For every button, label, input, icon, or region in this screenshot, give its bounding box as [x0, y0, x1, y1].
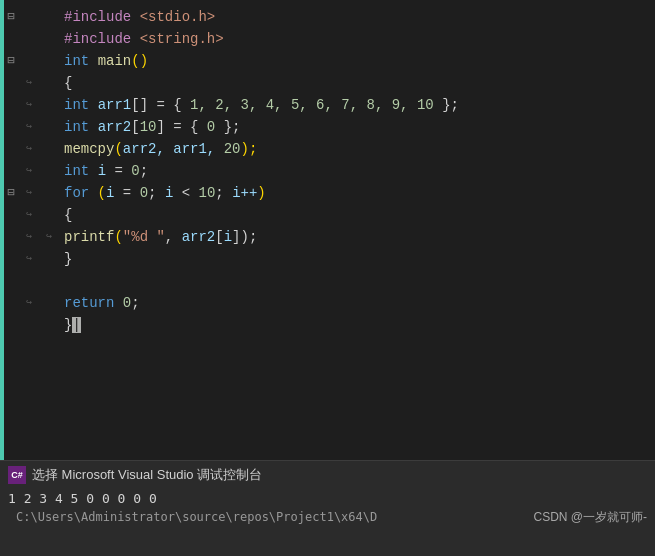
arrow-cell-1	[24, 28, 44, 50]
code-line-14: }|	[64, 314, 655, 336]
collapse-cell-12	[4, 270, 24, 292]
collapse-cell-8[interactable]: ⊟	[4, 182, 24, 204]
code-text-11: }	[64, 251, 72, 267]
arrow-cell-13: ↪	[24, 292, 44, 314]
arrow-cell2-5	[44, 116, 64, 138]
code-line-4: int arr1[] = { 1, 2, 3, 4, 5, 6, 7, 8, 9…	[64, 94, 655, 116]
code-text-2: int main()	[64, 53, 148, 69]
code-text-14: }|	[64, 317, 81, 333]
collapse-cell-5	[4, 116, 24, 138]
arrow-cell-7: ↪	[24, 160, 44, 182]
code-text-0: #include <stdio.h>	[64, 9, 215, 25]
code-line-5: int arr2[10] = { 0 };	[64, 116, 655, 138]
collapse-cell-7	[4, 160, 24, 182]
arrow-cell2-4	[44, 94, 64, 116]
collapse-cell-10	[4, 226, 24, 248]
output-numbers: 1 2 3 4 5 0 0 0 0 0	[0, 489, 655, 508]
arrow-cell2-8	[44, 182, 64, 204]
collapse-cell-4	[4, 94, 24, 116]
arrow-cell-11: ↪	[24, 248, 44, 270]
vs-icon: C#	[8, 466, 26, 484]
collapse-cell-1	[4, 28, 24, 50]
code-line-0: #include <stdio.h>	[64, 6, 655, 28]
code-line-12	[64, 270, 655, 292]
arrow-cell-10: ↪	[24, 226, 44, 248]
cursor: |	[72, 317, 80, 333]
code-line-7: int i = 0;	[64, 160, 655, 182]
arrow-cell-9: ↪	[24, 204, 44, 226]
arrow-cell2-10: ↪	[44, 226, 64, 248]
arrow-cell-5: ↪	[24, 116, 44, 138]
code-text-5: int arr2[10] = { 0 };	[64, 119, 241, 135]
code-line-1: #include <string.h>	[64, 28, 655, 50]
code-text-4: int arr1[] = { 1, 2, 3, 4, 5, 6, 7, 8, 9…	[64, 97, 459, 113]
collapse-cell-6	[4, 138, 24, 160]
collapse-cell-0[interactable]: ⊟	[4, 6, 24, 28]
code-text-9: {	[64, 207, 72, 223]
code-text-10: printf("%d ", arr2[i]);	[64, 229, 257, 245]
collapse-cell-9	[4, 204, 24, 226]
arrow-cell2-7	[44, 160, 64, 182]
code-line-3: {	[64, 72, 655, 94]
arrow-cell2-6	[44, 138, 64, 160]
arrow-cell-8: ↪	[24, 182, 44, 204]
arrow-cell2-12	[44, 270, 64, 292]
code-text-8: for (i = 0; i < 10; i++)	[64, 185, 266, 201]
code-line-2: int main()	[64, 50, 655, 72]
collapse-cell-14	[4, 314, 24, 336]
arrow-cell2-14	[44, 314, 64, 336]
code-text-1: #include <string.h>	[64, 31, 224, 47]
code-line-13: return 0;	[64, 292, 655, 314]
arrow-column2: ↪	[44, 6, 64, 454]
watermark: CSDN @一岁就可师-	[533, 509, 647, 526]
editor-inner: ⊟⊟⊟ ↪↪↪↪↪↪↪↪↪↪ ↪ #include <stdio.h>#incl…	[4, 0, 655, 460]
main-code: #include <stdio.h>#include <string.h>int…	[64, 6, 655, 454]
collapse-cell-13	[4, 292, 24, 314]
panel-title: 选择 Microsoft Visual Studio 调试控制台	[32, 466, 262, 484]
editor-area: ⊟⊟⊟ ↪↪↪↪↪↪↪↪↪↪ ↪ #include <stdio.h>#incl…	[0, 0, 655, 460]
collapse-column: ⊟⊟⊟	[4, 6, 24, 454]
arrow-cell-0	[24, 6, 44, 28]
code-line-10: printf("%d ", arr2[i]);	[64, 226, 655, 248]
arrow-cell-4: ↪	[24, 94, 44, 116]
code-line-11: }	[64, 248, 655, 270]
panel-header: C# 选择 Microsoft Visual Studio 调试控制台	[0, 461, 655, 489]
collapse-cell-11	[4, 248, 24, 270]
collapse-cell-3	[4, 72, 24, 94]
collapse-cell-2[interactable]: ⊟	[4, 50, 24, 72]
arrow-cell2-0	[44, 6, 64, 28]
arrow-cell-12	[24, 270, 44, 292]
arrow-cell2-1	[44, 28, 64, 50]
output-path: C:\Users\Administrator\source\repos\Proj…	[8, 508, 385, 526]
code-line-6: memcpy(arr2, arr1, 20);	[64, 138, 655, 160]
code-line-9: {	[64, 204, 655, 226]
arrow-cell2-13	[44, 292, 64, 314]
bottom-panel: C# 选择 Microsoft Visual Studio 调试控制台 1 2 …	[0, 460, 655, 556]
arrow-cell2-11	[44, 248, 64, 270]
code-text-6: memcpy(arr2, arr1, 20);	[64, 141, 257, 157]
code-text-7: int i = 0;	[64, 163, 148, 179]
arrow-cell-2	[24, 50, 44, 72]
arrow-cell-6: ↪	[24, 138, 44, 160]
code-text-3: {	[64, 75, 72, 91]
arrow-cell2-9	[44, 204, 64, 226]
arrow-cell-3: ↪	[24, 72, 44, 94]
arrow-cell2-2	[44, 50, 64, 72]
arrow-column: ↪↪↪↪↪↪↪↪↪↪	[24, 6, 44, 454]
arrow-cell-14	[24, 314, 44, 336]
arrow-cell2-3	[44, 72, 64, 94]
code-line-8: for (i = 0; i < 10; i++)	[64, 182, 655, 204]
code-text-13: return 0;	[64, 295, 140, 311]
